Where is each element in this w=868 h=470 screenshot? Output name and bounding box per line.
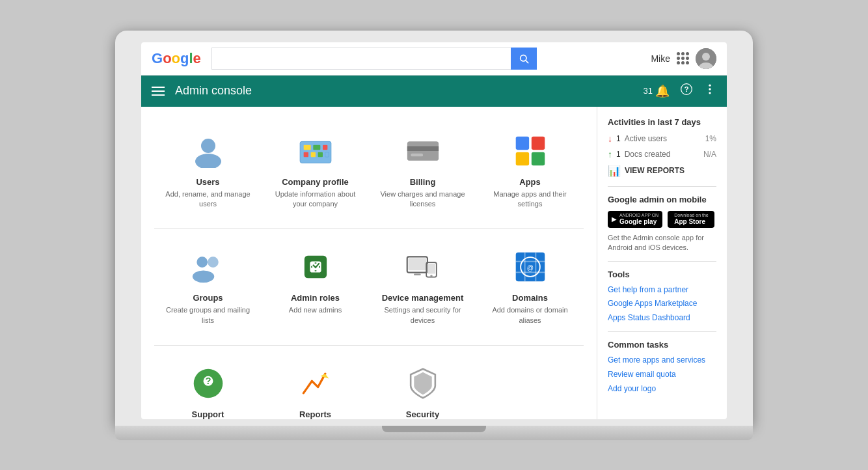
company-profile-desc: Update information about your company	[268, 189, 362, 210]
status-dashboard-link[interactable]: Apps Status Dashboard	[608, 312, 716, 324]
groups-icon	[190, 249, 226, 285]
svg-rect-44	[524, 253, 525, 282]
docs-created-percent: N/A	[703, 150, 716, 159]
mobile-desc: Get the Admin console app for Android an…	[608, 233, 716, 253]
grid-row-3: ? Support Talk with our support team	[141, 346, 597, 419]
laptop-shell: Google Mike	[115, 31, 753, 440]
apps-grid-icon[interactable]	[677, 52, 689, 64]
search-bar-wrap	[211, 48, 537, 70]
domains-icon: @	[512, 249, 549, 285]
grid-item-security[interactable]: Security Manage security features	[369, 352, 476, 419]
logo-o1: o	[163, 50, 171, 67]
help-icon[interactable]: ?	[680, 83, 693, 99]
svg-point-28	[208, 256, 219, 268]
grid-row-2: Groups Create groups and mailing lists	[141, 229, 597, 345]
security-title: Security	[406, 409, 439, 419]
users-title: Users	[196, 177, 219, 187]
sidebar: Activities in last 7 days ↓ 1 Active use…	[597, 107, 727, 419]
domains-desc: Add domains or domain aliases	[483, 305, 577, 325]
google-play-badge[interactable]: ▶ ANDROID APP ON Google play	[608, 211, 662, 228]
svg-rect-21	[407, 146, 438, 150]
notification-badge[interactable]: 31 🔔	[644, 84, 670, 98]
svg-point-11	[195, 154, 221, 168]
svg-point-3	[702, 53, 710, 61]
svg-point-9	[709, 92, 711, 94]
device-management-title: Device management	[382, 293, 464, 303]
hamburger-menu[interactable]	[152, 87, 165, 96]
app-store-badge[interactable]: Download on the App Store	[668, 211, 714, 228]
search-button[interactable]	[511, 48, 537, 70]
notification-count: 31	[644, 86, 653, 96]
reports-chart-icon: 📊	[608, 165, 621, 177]
svg-rect-14	[313, 145, 320, 149]
svg-rect-22	[411, 153, 423, 156]
grid-item-apps[interactable]: Apps Manage apps and their settings	[476, 120, 584, 223]
avatar-image	[696, 48, 716, 69]
header-right: Mike	[651, 48, 716, 69]
arrow-up-icon: ↑	[608, 149, 612, 159]
svg-text:?: ?	[205, 376, 211, 386]
logo-g2: g	[180, 50, 189, 67]
activity-item-active-users: ↓ 1 Active users 1%	[608, 133, 716, 144]
grid-row-1: Users Add, rename, and manage users	[141, 113, 597, 229]
grid-item-reports[interactable]: Reports Track usage of services	[262, 352, 369, 419]
email-quota-link[interactable]: Review email quota	[608, 369, 716, 380]
view-reports-link[interactable]: VIEW REPORTS	[625, 166, 685, 175]
billing-icon	[405, 133, 441, 169]
mobile-section-title: Google admin on mobile	[608, 195, 716, 204]
admin-console-title: Admin console	[175, 84, 644, 98]
grid-item-company-profile[interactable]: Company profile Update information about…	[262, 120, 369, 223]
activity-item-docs-created: ↑ 1 Docs created N/A	[608, 149, 716, 159]
sidebar-divider-1	[608, 186, 716, 187]
laptop-base	[115, 426, 753, 440]
grid-item-groups[interactable]: Groups Create groups and mailing lists	[154, 236, 262, 339]
svg-rect-35	[414, 274, 420, 276]
marketplace-link[interactable]: Google Apps Marketplace	[608, 298, 716, 309]
active-users-count: 1	[616, 134, 621, 143]
bell-icon: 🔔	[655, 84, 670, 98]
logo-g: G	[152, 50, 163, 67]
svg-rect-19	[325, 152, 329, 156]
company-profile-title: Company profile	[282, 177, 349, 187]
svg-point-7	[709, 85, 711, 87]
svg-rect-25	[515, 152, 528, 165]
arrow-down-icon: ↓	[608, 133, 612, 144]
logo-e: e	[193, 50, 201, 67]
get-apps-link[interactable]: Get more apps and services	[608, 355, 716, 366]
appstore-sub-label: Download on the	[674, 213, 709, 218]
partner-link[interactable]: Get help from a partner	[608, 284, 716, 296]
content-area: Users Add, rename, and manage users	[141, 107, 597, 419]
nav-right: 31 🔔 ?	[644, 83, 716, 99]
play-main-label: Google play	[619, 218, 658, 226]
grid-item-domains[interactable]: @ Domains Add domains or domain aliases	[476, 236, 584, 339]
svg-rect-23	[515, 136, 528, 149]
screen-bezel: Google Mike	[115, 31, 753, 426]
svg-line-1	[526, 61, 528, 63]
grid-item-support[interactable]: ? Support Talk with our support team	[154, 352, 262, 419]
svg-rect-18	[318, 152, 322, 156]
billing-desc: View charges and manage licenses	[375, 189, 470, 210]
grid-item-billing[interactable]: Billing View charges and manage licenses	[369, 120, 476, 223]
support-icon: ?	[190, 365, 226, 402]
svg-rect-26	[531, 152, 544, 165]
svg-point-10	[201, 139, 215, 153]
add-logo-link[interactable]: Add your logo	[608, 383, 716, 394]
tools-title: Tools	[608, 270, 716, 279]
grid-item-device-management[interactable]: Device management Settings and security …	[369, 236, 476, 339]
support-title: Support	[192, 409, 224, 419]
common-tasks-title: Common tasks	[608, 340, 716, 350]
grid-item-users[interactable]: Users Add, rename, and manage users	[154, 120, 262, 223]
svg-rect-34	[408, 258, 426, 270]
grid-item-admin-roles[interactable]: Admin roles Add new admins	[262, 236, 369, 339]
domains-title: Domains	[512, 293, 548, 303]
search-input[interactable]	[211, 48, 511, 70]
users-desc: Add, rename, and manage users	[161, 189, 255, 210]
more-options-icon[interactable]	[703, 83, 716, 99]
avatar[interactable]	[696, 48, 716, 69]
svg-rect-24	[531, 136, 544, 149]
svg-rect-13	[303, 145, 310, 149]
groups-desc: Create groups and mailing lists	[161, 305, 255, 325]
app-badges: ▶ ANDROID APP ON Google play	[608, 211, 716, 228]
svg-rect-42	[515, 261, 545, 262]
company-profile-icon	[297, 133, 334, 169]
